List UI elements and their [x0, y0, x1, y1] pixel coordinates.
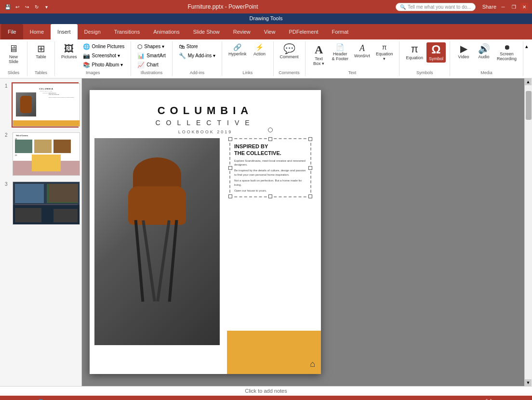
rotate-handle[interactable]: [268, 128, 273, 132]
photo-album-icon: 📚: [83, 62, 90, 68]
online-pictures-button[interactable]: 🌐 Online Pictures: [80, 42, 127, 51]
tab-insert[interactable]: Insert: [51, 24, 78, 39]
tell-me-bar[interactable]: 🔍 Tell me what you want to do...: [396, 3, 476, 11]
restore-button[interactable]: ❐: [510, 3, 518, 11]
video-icon: ▶: [460, 44, 467, 53]
textbox-button[interactable]: A TextBox ▾: [309, 42, 329, 68]
scroll-up-button[interactable]: ▲: [525, 78, 532, 85]
ribbon-group-links: 🔗 Hyperlink ⚡ Action Links: [222, 41, 274, 76]
right-scrollbar[interactable]: ▲ ▼: [524, 78, 532, 386]
tab-animations[interactable]: Animations: [146, 24, 186, 39]
slide-thumb-1[interactable]: 1 COLUMBIA COLLECTIVE LOOKBOOK 2019 INSP…: [12, 82, 79, 128]
slide-title-area: COLUMBIA COLLECTIVE LOOKBOOK 2019: [90, 90, 321, 134]
illus-small-group: ⬡ Shapes ▾ 📊 SmartArt 📈 Chart: [135, 42, 168, 69]
ribbon-group-images: 🖼 Pictures 🌐 Online Pictures 📷 Screensho…: [55, 41, 131, 76]
tab-home[interactable]: Home: [23, 24, 51, 39]
share-button[interactable]: Share: [482, 4, 496, 10]
slide-canvas[interactable]: COLUMBIA COLLECTIVE LOOKBOOK 2019 ⌂: [90, 90, 321, 374]
tab-review[interactable]: Review: [226, 24, 257, 39]
hyperlink-button[interactable]: 🔗 Hyperlink: [226, 42, 249, 58]
tab-view[interactable]: View: [257, 24, 282, 39]
ribbon: File Home Insert Design Transitions Anim…: [0, 24, 532, 78]
scrollbar-thumb[interactable]: [526, 91, 532, 120]
equation-text-button[interactable]: π Equation▾: [373, 42, 396, 64]
symbols-group-label: Symbols: [416, 69, 433, 75]
handle-bottom-right[interactable]: [308, 194, 312, 198]
symbol-button[interactable]: Ω Symbol: [426, 42, 446, 63]
chart-button[interactable]: 📈 Chart: [135, 61, 168, 69]
smartart-button[interactable]: 📊 SmartArt: [135, 52, 168, 60]
pictures-button[interactable]: 🖼 Pictures: [59, 42, 80, 61]
handle-top-right[interactable]: [308, 137, 312, 141]
tab-format[interactable]: Format: [325, 24, 356, 39]
ribbon-group-tables: ⊞ Table Tables: [27, 41, 55, 76]
handle-top-mid[interactable]: [268, 137, 272, 141]
notes-status-button[interactable]: Notes: [402, 399, 420, 400]
tab-slideshow[interactable]: Slide Show: [186, 24, 226, 39]
handle-bottom-left[interactable]: [228, 194, 232, 198]
save-icon[interactable]: 💾: [4, 3, 12, 11]
hyperlink-label: Hyperlink: [228, 52, 247, 57]
view-normal-icon[interactable]: ▪: [460, 399, 463, 400]
screen-recording-icon: ⏺: [504, 44, 510, 51]
my-addins-button[interactable]: 🔧 My Add-ins ▾: [176, 52, 218, 60]
search-icon: 🔍: [400, 4, 406, 10]
slide-text-body3: Not a space built on perfection. But a h…: [234, 179, 306, 187]
wordart-button[interactable]: A WordArt: [352, 42, 372, 60]
slide-text-box[interactable]: INSPIRED BYTHE COLLECTIVE. Explore Scand…: [229, 138, 311, 197]
comment-label: Comment: [280, 54, 299, 60]
comments-group-label: Comments: [279, 69, 300, 75]
ribbon-group-comments: 💬 Comment Comments: [274, 41, 306, 76]
shapes-button[interactable]: ⬡ Shapes ▾: [135, 42, 168, 51]
action-button[interactable]: ⚡ Action: [250, 42, 269, 58]
tab-design[interactable]: Design: [78, 24, 107, 39]
screenshot-button[interactable]: 📷 Screenshot ▾: [80, 52, 127, 60]
photo-album-button[interactable]: 📚 Photo Album ▾: [80, 61, 127, 69]
ribbon-expand[interactable]: ▴: [523, 41, 530, 76]
comment-button[interactable]: 💬 Comment: [278, 42, 301, 61]
photo-album-label: Photo Album ▾: [92, 62, 123, 67]
redo-icon[interactable]: ↪: [23, 3, 31, 11]
repeat-icon[interactable]: ↻: [33, 3, 40, 11]
textbox-icon: A: [315, 44, 323, 55]
view-reading-icon[interactable]: ▷: [476, 399, 481, 400]
table-button[interactable]: ⊞ Table: [31, 42, 51, 61]
pictures-icon: 🖼: [64, 44, 74, 53]
close-button[interactable]: ✕: [520, 3, 528, 11]
store-button[interactable]: 🛍 Store: [176, 42, 218, 51]
drawing-tools-label: Drawing Tools: [250, 15, 283, 21]
handle-right-mid[interactable]: [308, 166, 312, 170]
ribbon-content: 🖥 NewSlide Slides ⊞ Table Tables 🖼 Pictu: [0, 39, 532, 78]
handle-bottom-mid[interactable]: [268, 194, 272, 198]
addins-small-group: 🛍 Store 🔧 My Add-ins ▾: [176, 42, 218, 60]
notes-bar[interactable]: Click to add notes: [0, 386, 532, 396]
slide-number-3: 3: [5, 181, 8, 187]
tab-file[interactable]: File: [1, 24, 23, 39]
video-button[interactable]: ▶ Video: [454, 42, 473, 61]
tab-transitions[interactable]: Transitions: [107, 24, 146, 39]
handle-left-mid[interactable]: [228, 166, 232, 170]
undo-icon[interactable]: ↩: [13, 3, 21, 11]
equation-symbol-button[interactable]: π Equation: [403, 42, 426, 62]
slides-group-label: Slides: [8, 69, 20, 75]
shapes-icon: ⬡: [137, 43, 142, 50]
tab-pdfelement[interactable]: PDFelement: [282, 24, 325, 39]
scroll-down-button[interactable]: ▼: [525, 379, 532, 386]
customize-qat-icon[interactable]: ▾: [42, 3, 50, 11]
slideshow-icon[interactable]: ⛶: [485, 399, 492, 400]
slide-thumb-3[interactable]: 3: [12, 181, 79, 226]
symbol-label: Symbol: [429, 56, 443, 62]
minimize-button[interactable]: ─: [499, 3, 507, 11]
handle-top-left[interactable]: [228, 137, 232, 141]
audio-button[interactable]: 🔊 Audio: [474, 42, 493, 61]
screen-recording-button[interactable]: ⏺ ScreenRecording: [494, 42, 519, 64]
comments-status-button[interactable]: Comments: [424, 399, 456, 400]
slide-text-heading: INSPIRED BYTHE COLLECTIVE.: [234, 143, 306, 157]
header-footer-button[interactable]: 📄 Header& Footer: [330, 42, 351, 64]
wordart-icon: A: [359, 44, 365, 52]
slide-thumb-2[interactable]: 2 Table of Contents 24 26: [12, 131, 79, 177]
view-slidesorter-icon[interactable]: ⊞: [466, 399, 472, 400]
new-slide-button[interactable]: 🖥 NewSlide: [4, 42, 23, 66]
addins-group-label: Add-ins: [190, 69, 205, 75]
screenshot-icon: 📷: [83, 52, 90, 59]
